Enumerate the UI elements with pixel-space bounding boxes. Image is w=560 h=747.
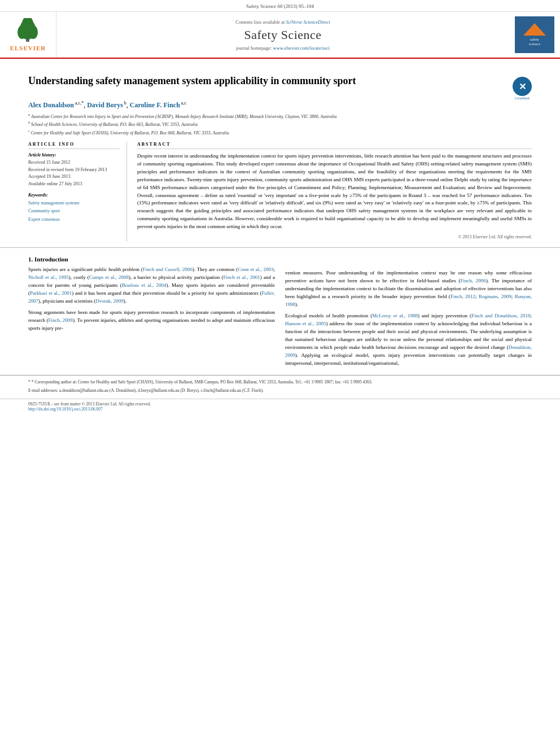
article-info-abstract-section: ARTICLE INFO Article history: Received 1… <box>28 142 532 242</box>
cite-nicholl[interactable]: Nicholl et al., 1995 <box>28 274 69 280</box>
revised-date: Received in revised form 19 February 201… <box>28 167 120 174</box>
sciverse-prefix: Contents lists available at <box>235 19 285 25</box>
journal-badge: safetyscience <box>515 16 554 53</box>
article-info-heading: ARTICLE INFO <box>28 142 120 149</box>
crossmark-label: CrossMark <box>513 97 532 100</box>
author-1[interactable]: Alex Donaldson <box>28 101 74 109</box>
keyword-2: Community sport <box>28 207 120 215</box>
section-title-text: Introduction <box>34 256 68 263</box>
cite-finch-2006[interactable]: Finch, 2006 <box>460 278 485 283</box>
journal-reference: Safety Science 60 (2013) 95–104 <box>246 3 314 9</box>
elsevier-logo-area: ELSEVIER <box>0 12 56 58</box>
cite-finch-2001[interactable]: Finch et al., 2001 <box>223 274 260 280</box>
author-3[interactable]: Caroline F. Finch <box>130 101 180 109</box>
journal-badge-area: safetyscience <box>509 12 560 58</box>
affiliation-1: a Australian Centre for Research into In… <box>28 112 532 120</box>
author-2[interactable]: David Borys <box>87 101 123 109</box>
crossmark-badge[interactable]: ✕ CrossMark <box>513 77 532 96</box>
intro-right-text: vention measures. Poor understanding of … <box>285 269 532 367</box>
sciverse-line: Contents lists available at SciVerse Sci… <box>235 19 330 25</box>
intro-right-paragraph-1: vention measures. Poor understanding of … <box>285 269 532 309</box>
body-col-right: vention measures. Poor understanding of … <box>285 254 532 370</box>
abstract-column: ABSTRACT Despite recent interest in unde… <box>137 142 532 242</box>
cite-hanson[interactable]: Hanson et al., 2005 <box>285 321 326 326</box>
sciverse-link[interactable]: SciVerse ScienceDirect <box>286 19 330 25</box>
footnotes-area: * * Corresponding author at: Centre for … <box>0 375 560 399</box>
elsevier-tree-icon <box>13 18 42 43</box>
journal-header: ELSEVIER Contents lists available at Sci… <box>0 12 560 59</box>
keywords-heading: Keywords: <box>28 193 120 198</box>
intro-left-text: Sports injuries are a significant public… <box>28 266 275 333</box>
authors-line: Alex Donaldson a,c,*, David Borys b, Car… <box>28 101 532 110</box>
cite-cumps[interactable]: Cumps et al., 2008 <box>89 274 129 280</box>
journal-homepage: journal homepage: www.elsevier.com/locat… <box>236 45 330 51</box>
body-col-left: 1. Introduction Sports injuries are a si… <box>28 254 275 370</box>
cite-finch-cassell[interactable]: Finch and Cassell, 2006 <box>143 267 193 272</box>
author-2-sup: b <box>123 101 126 106</box>
available-date: Available online 27 July 2013 <box>28 181 120 188</box>
affiliation-2: b School of Health Sciences, University … <box>28 120 532 128</box>
affiliation-3: c Centre for Healthy and Safe Sport (CHA… <box>28 129 532 136</box>
keyword-3: Expert consensus <box>28 216 120 224</box>
badge-triangle-icon <box>523 23 546 36</box>
doi-line[interactable]: http://dx.doi.org/10.1016/j.ssci.2013.06… <box>28 407 532 412</box>
cite-conn[interactable]: Conn et al., 2003 <box>238 267 273 272</box>
author-1-sup: a,c,* <box>74 101 84 106</box>
cite-mcleroy[interactable]: McLeroy et al., 1988 <box>372 313 418 318</box>
cite-donaldson-2009[interactable]: Donaldson, 2009 <box>285 344 532 358</box>
article-title-section: Understanding safety management system a… <box>28 75 532 96</box>
cite-parkkari[interactable]: Parkkari et al., 2001 <box>30 290 72 296</box>
cite-finch-2012[interactable]: Finch, 2012 <box>450 294 475 299</box>
footer-bar: 0925-7535/$ – see front matter © 2013 El… <box>0 399 560 414</box>
author-3-sup: a,c <box>180 101 186 106</box>
cite-rogmans[interactable]: Rogmans, 2009 <box>479 294 511 299</box>
abstract-text: Despite recent interest in understanding… <box>137 152 532 231</box>
journal-reference-bar: Safety Science 60 (2013) 95–104 <box>0 0 560 12</box>
journal-title: Safety Science <box>244 28 321 42</box>
article-history-dates: Received 15 June 2012 Received in revise… <box>28 159 120 188</box>
intro-paragraph-1: Sports injuries are a significant public… <box>28 266 275 305</box>
abstract-heading: ABSTRACT <box>137 142 532 149</box>
elsevier-wordmark: ELSEVIER <box>10 45 46 51</box>
badge-label: safetyscience <box>529 37 541 47</box>
cite-boufous[interactable]: Boufous et al., 2004 <box>122 282 167 288</box>
corresponding-author-note: * * Corresponding author at: Centre for … <box>28 379 532 385</box>
cite-finch-2009[interactable]: Finch, 2009 <box>49 317 73 323</box>
email-footnote: E-mail addresses: a.donaldson@ballarat.e… <box>28 387 532 394</box>
article-history-heading: Article history: <box>28 152 120 158</box>
keyword-1: Safety management systems <box>28 199 120 207</box>
copyright-line: © 2013 Elsevier Ltd. All rights reserved… <box>137 234 532 239</box>
homepage-link[interactable]: www.elsevier.com/locate/ssci <box>273 45 330 51</box>
cite-dvorak[interactable]: Dvorak, 2009 <box>95 298 124 304</box>
health-word: health <box>333 313 345 318</box>
section-divider <box>0 247 560 248</box>
affiliations: a Australian Centre for Research into In… <box>28 112 532 136</box>
accepted-date: Accepted 19 June 2013 <box>28 173 120 181</box>
intro-paragraph-2: Strong arguments have been made for spor… <box>28 309 275 333</box>
introduction-heading: 1. Introduction <box>28 256 275 263</box>
section-number: 1. <box>28 256 33 263</box>
keywords-list: Safety management systems Community spor… <box>28 199 120 224</box>
article-info-column: ARTICLE INFO Article history: Received 1… <box>28 142 127 242</box>
journal-title-area: Contents lists available at SciVerse Sci… <box>56 12 509 58</box>
issn-line: 0925-7535/$ – see front matter © 2013 El… <box>28 401 532 407</box>
cite-finch-donaldson[interactable]: Finch and Donaldson, 2010 <box>471 313 531 318</box>
main-content: Understanding safety management system a… <box>0 59 560 242</box>
received-date: Received 15 June 2012 <box>28 159 120 167</box>
article-title: Understanding safety management system a… <box>28 75 507 88</box>
intro-right-paragraph-2: Ecological models of health promotion (M… <box>285 312 532 368</box>
elsevier-logo: ELSEVIER <box>10 18 46 51</box>
page: Safety Science 60 (2013) 95–104 ELSEVIER <box>0 0 560 747</box>
crossmark-icon: ✕ <box>513 77 532 96</box>
body-content: 1. Introduction Sports injuries are a si… <box>0 254 560 370</box>
